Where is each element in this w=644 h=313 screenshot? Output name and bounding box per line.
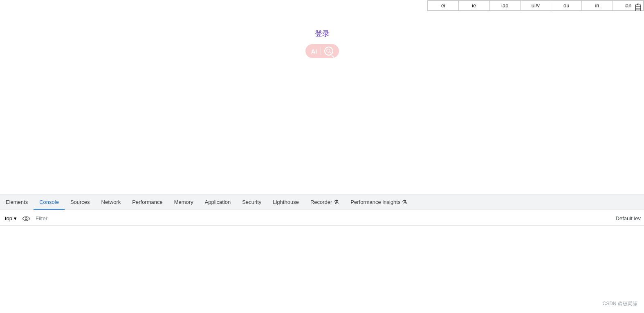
ai-search-button[interactable]: AI bbox=[305, 44, 339, 58]
tab-recorder[interactable]: Recorder ⚗ bbox=[305, 195, 345, 210]
watermark: CSDN @破局缘 bbox=[602, 300, 637, 307]
ai-label: AI bbox=[311, 48, 317, 55]
tab-application[interactable]: Application bbox=[199, 195, 237, 210]
tab-memory[interactable]: Memory bbox=[168, 195, 199, 210]
console-toolbar: top ▾ Default lev bbox=[0, 212, 644, 226]
tab-security[interactable]: Security bbox=[236, 195, 267, 210]
tab-elements[interactable]: Elements bbox=[0, 195, 34, 210]
context-label: top bbox=[5, 215, 12, 221]
eye-icon[interactable] bbox=[22, 214, 31, 223]
console-output-area bbox=[0, 226, 644, 313]
filter-input[interactable] bbox=[34, 215, 613, 222]
svg-point-0 bbox=[327, 49, 330, 52]
context-dropdown[interactable]: top ▾ bbox=[3, 215, 18, 222]
tab-performance[interactable]: Performance bbox=[126, 195, 168, 210]
performance-insights-icon: ⚗ bbox=[402, 199, 407, 205]
dropdown-arrow-icon: ▾ bbox=[14, 215, 17, 221]
tab-network[interactable]: Network bbox=[96, 195, 127, 210]
tab-lighthouse[interactable]: Lighthouse bbox=[267, 195, 305, 210]
tab-performance-insights[interactable]: Performance insights ⚗ bbox=[345, 195, 413, 210]
svg-point-2 bbox=[25, 217, 27, 219]
tab-console[interactable]: Console bbox=[34, 195, 65, 210]
default-level-label: Default lev bbox=[616, 215, 641, 221]
main-content: 登录 AI bbox=[0, 0, 644, 188]
svg-line-1 bbox=[330, 52, 331, 53]
tab-sources[interactable]: Sources bbox=[65, 195, 96, 210]
vertical-divider bbox=[321, 47, 321, 55]
recorder-icon: ⚗ bbox=[334, 199, 339, 205]
search-icon bbox=[324, 47, 333, 56]
login-title: 登录 bbox=[315, 29, 330, 38]
devtools-tab-bar: Elements Console Sources Network Perform… bbox=[0, 195, 644, 210]
